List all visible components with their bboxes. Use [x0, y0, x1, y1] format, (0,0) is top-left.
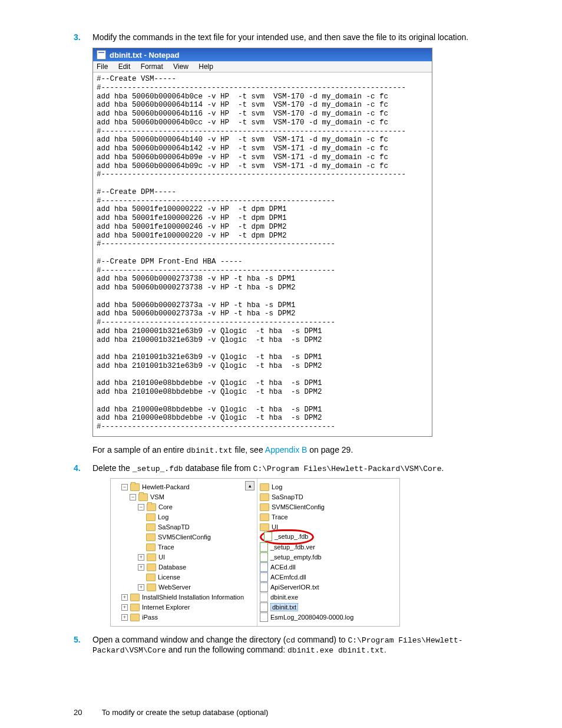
folder-icon: [146, 513, 156, 521]
tree-item[interactable]: Internet Explorer: [142, 604, 190, 611]
expand-icon[interactable]: +: [138, 584, 144, 591]
list-item[interactable]: ACEd.dll: [270, 564, 296, 571]
exe-file-icon: [260, 592, 268, 602]
notepad-title: dbinit.txt - Notepad: [110, 51, 179, 60]
page-number: 20: [74, 708, 82, 717]
expand-icon[interactable]: +: [121, 594, 128, 601]
folder-icon: [130, 604, 140, 611]
folder-icon: [146, 574, 156, 581]
folder-icon[interactable]: [147, 503, 156, 511]
database-file-icon: [260, 552, 268, 562]
step-3: 3. Modify the commands in the text file …: [74, 32, 518, 455]
menu-help[interactable]: Help: [199, 62, 213, 71]
text-file-icon: [260, 602, 268, 612]
menu-file[interactable]: File: [97, 62, 108, 71]
folder-icon: [260, 503, 269, 511]
footer-title: To modify or create the setup database (…: [102, 708, 269, 717]
folder-icon: [130, 483, 140, 491]
step-number: 5.: [74, 635, 81, 644]
list-item[interactable]: dbinit.exe: [270, 594, 298, 601]
tree-item[interactable]: Core: [158, 503, 173, 510]
notepad-menubar: File Edit Format View Help: [93, 61, 432, 73]
dll-file-icon: [260, 572, 268, 582]
list-item[interactable]: Log: [272, 483, 282, 490]
list-item[interactable]: _setup_.fdb: [275, 533, 309, 540]
folder-icon: [130, 614, 140, 621]
expand-icon[interactable]: +: [138, 564, 144, 571]
folder-icon: [130, 594, 140, 601]
collapse-icon[interactable]: −: [138, 504, 144, 510]
tree-item[interactable]: Log: [158, 513, 168, 521]
log-file-icon: [260, 612, 268, 622]
step-text: Modify the commands in the text file for…: [92, 32, 468, 42]
database-file-icon: [260, 542, 268, 552]
database-file-icon: [264, 532, 272, 541]
notepad-window: dbinit.txt - Notepad File Edit Format Vi…: [92, 48, 432, 437]
step-4: 4. Delete the _setup_.fdb database file …: [74, 463, 518, 627]
folder-icon: [147, 564, 156, 571]
list-item[interactable]: _setup_.fdb.ver: [270, 543, 315, 551]
document-icon: [97, 50, 106, 60]
tree-item[interactable]: SaSnapTD: [158, 523, 190, 531]
step-5: 5. Open a command window and change the …: [74, 635, 518, 655]
tree-item[interactable]: Trace: [158, 543, 174, 551]
appendix-link[interactable]: Appendix B: [265, 445, 308, 454]
folder-icon: [260, 513, 269, 521]
explorer-window: ▴ −Hewlett-Packard −VSM −Core Log SaSnap…: [110, 478, 400, 627]
list-item[interactable]: _setup_empty.fdb: [270, 554, 322, 561]
text-file-icon: [260, 582, 268, 592]
folder-icon: [146, 543, 156, 551]
step-number: 3.: [74, 32, 81, 42]
list-item[interactable]: SaSnapTD: [272, 493, 303, 500]
menu-format[interactable]: Format: [141, 62, 163, 71]
list-item-selected[interactable]: dbinit.txt: [270, 603, 298, 611]
list-item[interactable]: SVM5ClientConfig: [272, 503, 325, 510]
tree-item[interactable]: VSM: [150, 493, 164, 500]
folder-icon: [147, 554, 156, 561]
list-item[interactable]: ApiServerIOR.txt: [270, 584, 319, 591]
dll-file-icon: [260, 562, 268, 572]
tree-item[interactable]: InstallShield Installation Information: [142, 594, 244, 601]
list-item[interactable]: EsmLog_20080409-0000.log: [270, 614, 353, 621]
expand-icon[interactable]: +: [138, 554, 144, 561]
collapse-icon[interactable]: −: [130, 494, 136, 500]
expand-icon[interactable]: +: [121, 604, 128, 611]
step-number: 4.: [74, 463, 81, 473]
explorer-files: Log SaSnapTD SVM5ClientConfig Trace UI _…: [257, 479, 399, 626]
collapse-icon[interactable]: −: [121, 484, 128, 490]
tree-item[interactable]: Database: [158, 564, 186, 571]
step-text: Open a command window and change the dir…: [92, 635, 463, 654]
folder-icon: [147, 584, 156, 591]
folder-icon: [146, 533, 156, 541]
menu-edit[interactable]: Edit: [118, 62, 131, 71]
tree-item[interactable]: Hewlett-Packard: [142, 483, 190, 490]
list-item[interactable]: Trace: [272, 513, 288, 521]
step-text: Delete the _setup_.fdb database file fro…: [92, 463, 444, 473]
tree-item[interactable]: SVM5ClientConfig: [158, 533, 211, 541]
explorer-tree: ▴ −Hewlett-Packard −VSM −Core Log SaSnap…: [111, 479, 257, 626]
scroll-up-icon[interactable]: ▴: [245, 481, 254, 490]
tree-item[interactable]: UI: [158, 554, 165, 561]
expand-icon[interactable]: +: [121, 614, 128, 621]
tree-item[interactable]: License: [158, 574, 180, 581]
menu-view[interactable]: View: [173, 62, 189, 71]
folder-icon: [260, 523, 269, 531]
page-footer: 20 To modify or create the setup databas…: [74, 708, 518, 717]
notepad-body: #--Create VSM----- #--------------------…: [93, 73, 432, 436]
list-item[interactable]: ACEmfcd.dll: [270, 574, 306, 581]
folder-icon: [146, 523, 156, 531]
tree-item[interactable]: WebServer: [158, 584, 191, 591]
tree-item[interactable]: iPass: [142, 614, 158, 621]
folder-icon: [260, 483, 269, 491]
folder-icon: [138, 493, 148, 501]
notepad-titlebar: dbinit.txt - Notepad: [93, 48, 432, 61]
sample-line: For a sample of an entire dbinit.txt fil…: [92, 445, 353, 454]
folder-icon: [260, 493, 269, 501]
